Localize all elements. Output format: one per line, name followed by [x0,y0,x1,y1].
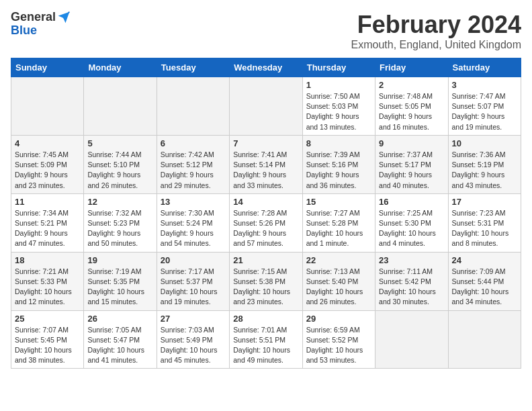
day-detail: Sunrise: 7:50 AM Sunset: 5:03 PM Dayligh… [306,91,371,132]
calendar-header-row: SundayMondayTuesdayWednesdayThursdayFrid… [11,58,521,77]
day-number: 18 [15,255,80,265]
calendar-day-empty [84,77,157,136]
calendar-week-row: 25Sunrise: 7:07 AM Sunset: 5:45 PM Dayli… [11,310,521,369]
weekday-header-monday: Monday [84,58,157,77]
calendar-week-row: 18Sunrise: 7:21 AM Sunset: 5:33 PM Dayli… [11,252,521,310]
day-detail: Sunrise: 7:47 AM Sunset: 5:07 PM Dayligh… [452,91,517,132]
calendar-day-9: 9Sunrise: 7:37 AM Sunset: 5:17 PM Daylig… [375,135,448,193]
logo-general: General [11,10,56,24]
day-detail: Sunrise: 7:48 AM Sunset: 5:05 PM Dayligh… [379,91,444,132]
day-number: 25 [15,314,80,324]
day-number: 28 [233,314,298,324]
day-detail: Sunrise: 7:39 AM Sunset: 5:16 PM Dayligh… [306,150,371,191]
calendar-day-26: 26Sunrise: 7:05 AM Sunset: 5:47 PM Dayli… [84,310,157,369]
day-number: 24 [452,255,517,265]
calendar-day-15: 15Sunrise: 7:27 AM Sunset: 5:28 PM Dayli… [302,193,375,252]
calendar-day-empty [448,310,521,369]
location-subtitle: Exmouth, England, United Kingdom [351,39,521,51]
weekday-header-wednesday: Wednesday [230,58,302,77]
calendar-day-17: 17Sunrise: 7:23 AM Sunset: 5:31 PM Dayli… [448,193,521,252]
day-number: 21 [233,255,298,265]
day-detail: Sunrise: 6:59 AM Sunset: 5:52 PM Dayligh… [306,325,371,366]
calendar-body: 1Sunrise: 7:50 AM Sunset: 5:03 PM Daylig… [11,77,521,369]
calendar-day-16: 16Sunrise: 7:25 AM Sunset: 5:30 PM Dayli… [375,193,448,252]
calendar-day-4: 4Sunrise: 7:45 AM Sunset: 5:09 PM Daylig… [11,135,84,193]
day-number: 8 [306,138,371,148]
day-number: 26 [87,314,152,324]
calendar-day-19: 19Sunrise: 7:19 AM Sunset: 5:35 PM Dayli… [84,252,157,310]
day-detail: Sunrise: 7:45 AM Sunset: 5:09 PM Dayligh… [15,150,80,191]
day-number: 7 [233,138,298,148]
weekday-header-saturday: Saturday [448,58,521,77]
calendar-day-21: 21Sunrise: 7:15 AM Sunset: 5:38 PM Dayli… [230,252,302,310]
weekday-header-tuesday: Tuesday [157,58,229,77]
calendar-day-23: 23Sunrise: 7:11 AM Sunset: 5:42 PM Dayli… [375,252,448,310]
calendar-day-25: 25Sunrise: 7:07 AM Sunset: 5:45 PM Dayli… [11,310,84,369]
day-detail: Sunrise: 7:28 AM Sunset: 5:26 PM Dayligh… [233,208,298,249]
day-detail: Sunrise: 7:03 AM Sunset: 5:49 PM Dayligh… [161,325,226,366]
logo-blue: Blue [11,24,37,37]
day-number: 9 [379,138,444,148]
day-number: 17 [452,197,517,207]
day-detail: Sunrise: 7:21 AM Sunset: 5:33 PM Dayligh… [15,267,80,308]
day-detail: Sunrise: 7:19 AM Sunset: 5:35 PM Dayligh… [87,267,152,308]
logo-text-block: General Blue [11,11,71,38]
day-detail: Sunrise: 7:15 AM Sunset: 5:38 PM Dayligh… [233,267,298,308]
calendar-day-5: 5Sunrise: 7:44 AM Sunset: 5:10 PM Daylig… [84,135,157,193]
day-number: 22 [306,255,371,265]
calendar-day-8: 8Sunrise: 7:39 AM Sunset: 5:16 PM Daylig… [302,135,375,193]
calendar-day-14: 14Sunrise: 7:28 AM Sunset: 5:26 PM Dayli… [230,193,302,252]
calendar-day-11: 11Sunrise: 7:34 AM Sunset: 5:21 PM Dayli… [11,193,84,252]
day-number: 4 [15,138,80,148]
calendar-day-20: 20Sunrise: 7:17 AM Sunset: 5:37 PM Dayli… [157,252,229,310]
calendar-week-row: 4Sunrise: 7:45 AM Sunset: 5:09 PM Daylig… [11,135,521,193]
day-number: 12 [87,197,152,207]
calendar-day-29: 29Sunrise: 6:59 AM Sunset: 5:52 PM Dayli… [302,310,375,369]
day-detail: Sunrise: 7:17 AM Sunset: 5:37 PM Dayligh… [161,267,226,308]
day-detail: Sunrise: 7:27 AM Sunset: 5:28 PM Dayligh… [306,208,371,249]
day-number: 13 [161,197,226,207]
logo: General Blue [11,11,71,38]
day-number: 1 [306,80,371,90]
calendar-day-24: 24Sunrise: 7:09 AM Sunset: 5:44 PM Dayli… [448,252,521,310]
day-number: 27 [161,314,226,324]
day-number: 2 [379,80,444,90]
day-number: 10 [452,138,517,148]
day-detail: Sunrise: 7:32 AM Sunset: 5:23 PM Dayligh… [87,208,152,249]
day-number: 6 [161,138,226,148]
day-number: 19 [87,255,152,265]
calendar-day-10: 10Sunrise: 7:36 AM Sunset: 5:19 PM Dayli… [448,135,521,193]
day-number: 11 [15,197,80,207]
day-number: 5 [87,138,152,148]
calendar-day-13: 13Sunrise: 7:30 AM Sunset: 5:24 PM Dayli… [157,193,229,252]
day-detail: Sunrise: 7:07 AM Sunset: 5:45 PM Dayligh… [15,325,80,366]
day-detail: Sunrise: 7:30 AM Sunset: 5:24 PM Dayligh… [161,208,226,249]
day-detail: Sunrise: 7:13 AM Sunset: 5:40 PM Dayligh… [306,267,371,308]
title-block: February 2024 Exmouth, England, United K… [351,11,521,51]
calendar-day-22: 22Sunrise: 7:13 AM Sunset: 5:40 PM Dayli… [302,252,375,310]
day-number: 23 [379,255,444,265]
day-detail: Sunrise: 7:34 AM Sunset: 5:21 PM Dayligh… [15,208,80,249]
day-detail: Sunrise: 7:01 AM Sunset: 5:51 PM Dayligh… [233,325,298,366]
calendar-day-empty [157,77,229,136]
day-number: 15 [306,197,371,207]
calendar-day-empty [11,77,84,136]
calendar-day-18: 18Sunrise: 7:21 AM Sunset: 5:33 PM Dayli… [11,252,84,310]
calendar-day-28: 28Sunrise: 7:01 AM Sunset: 5:51 PM Dayli… [230,310,302,369]
calendar-day-1: 1Sunrise: 7:50 AM Sunset: 5:03 PM Daylig… [302,77,375,136]
calendar-day-3: 3Sunrise: 7:47 AM Sunset: 5:07 PM Daylig… [448,77,521,136]
calendar-day-2: 2Sunrise: 7:48 AM Sunset: 5:05 PM Daylig… [375,77,448,136]
day-detail: Sunrise: 7:44 AM Sunset: 5:10 PM Dayligh… [87,150,152,191]
day-detail: Sunrise: 7:11 AM Sunset: 5:42 PM Dayligh… [379,267,444,308]
month-year-title: February 2024 [351,11,521,39]
day-number: 29 [306,314,371,324]
calendar-week-row: 11Sunrise: 7:34 AM Sunset: 5:21 PM Dayli… [11,193,521,252]
day-number: 14 [233,197,298,207]
calendar-table: SundayMondayTuesdayWednesdayThursdayFrid… [11,58,521,369]
day-detail: Sunrise: 7:41 AM Sunset: 5:14 PM Dayligh… [233,150,298,191]
day-detail: Sunrise: 7:37 AM Sunset: 5:17 PM Dayligh… [379,150,444,191]
logo-bird-icon [57,11,71,24]
day-detail: Sunrise: 7:25 AM Sunset: 5:30 PM Dayligh… [379,208,444,249]
day-detail: Sunrise: 7:42 AM Sunset: 5:12 PM Dayligh… [161,150,226,191]
day-detail: Sunrise: 7:36 AM Sunset: 5:19 PM Dayligh… [452,150,517,191]
